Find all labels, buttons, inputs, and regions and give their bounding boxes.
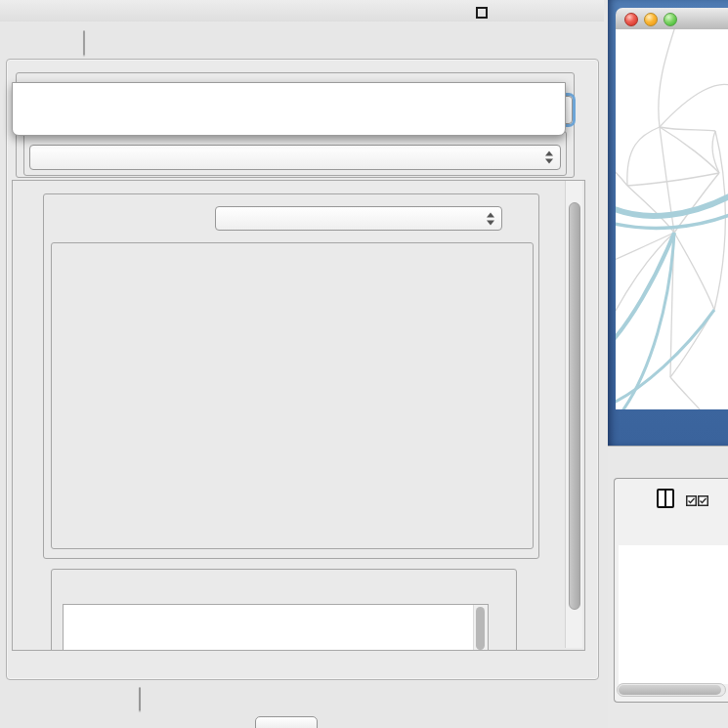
control-panel-titlebar — [0, 0, 604, 21]
table-header-row — [619, 522, 728, 545]
combo-arrows-icon — [545, 151, 553, 164]
columns-icon[interactable] — [657, 489, 674, 508]
combo-arrows-icon — [487, 212, 494, 225]
algorithm-dropdown-popup — [12, 82, 566, 136]
zoom-button[interactable] — [664, 13, 677, 26]
intervals-combo[interactable] — [215, 206, 502, 231]
attributes-group — [51, 569, 517, 651]
bottom-tab-bar — [139, 687, 141, 711]
checkbox-icon[interactable] — [686, 492, 697, 503]
network-canvas[interactable] — [616, 29, 728, 409]
cyni-toolbox-panel — [6, 59, 599, 680]
network-window — [608, 0, 728, 446]
apply-button[interactable] — [255, 716, 318, 728]
scrollbar-thumb[interactable] — [619, 685, 721, 695]
scrollbar-thumb[interactable] — [569, 202, 580, 610]
thresholds-group — [51, 242, 534, 549]
table-body — [619, 545, 728, 684]
numerical-attributes-list[interactable] — [63, 604, 489, 651]
table-panel-header — [608, 446, 728, 474]
settings-scrollpane — [12, 180, 585, 651]
list-scrollbar[interactable] — [473, 605, 488, 651]
minimize-button[interactable] — [644, 13, 658, 26]
dropdown-hint — [13, 85, 565, 101]
top-tab-bar — [83, 30, 85, 56]
float-window-icon[interactable] — [476, 7, 488, 19]
close-button[interactable] — [624, 13, 638, 26]
table-panel — [608, 473, 728, 728]
node-table — [614, 478, 728, 703]
interval-definition-group — [43, 193, 539, 559]
table-data-combo[interactable] — [29, 145, 561, 170]
checkbox-icon[interactable] — [698, 492, 708, 503]
control-panel — [0, 0, 604, 728]
table-data-group — [23, 131, 567, 176]
horizontal-scrollbar[interactable] — [617, 683, 726, 697]
vertical-scrollbar[interactable] — [565, 181, 582, 648]
network-window-titlebar[interactable] — [616, 8, 728, 30]
